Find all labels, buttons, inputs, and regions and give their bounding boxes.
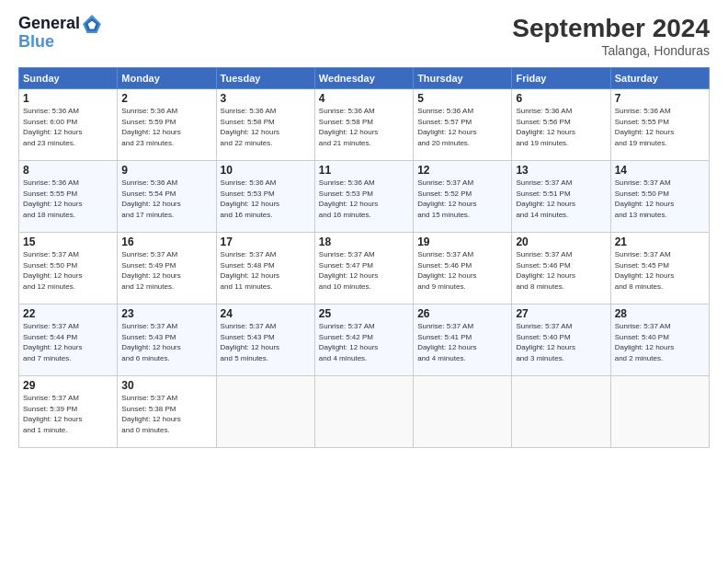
header-tuesday: Tuesday: [216, 68, 314, 89]
calendar-cell: 12Sunrise: 5:37 AMSunset: 5:52 PMDayligh…: [414, 161, 512, 233]
day-info: Sunrise: 5:36 AMSunset: 5:53 PMDaylight:…: [319, 178, 409, 220]
header-thursday: Thursday: [414, 68, 512, 89]
calendar-week-1: 1Sunrise: 5:36 AMSunset: 6:00 PMDaylight…: [19, 89, 710, 161]
day-number: 24: [221, 307, 311, 320]
day-info: Sunrise: 5:37 AMSunset: 5:46 PMDaylight:…: [417, 249, 507, 292]
calendar-week-4: 22Sunrise: 5:37 AMSunset: 5:44 PMDayligh…: [19, 304, 710, 376]
day-info: Sunrise: 5:37 AMSunset: 5:50 PMDaylight:…: [23, 249, 113, 292]
day-number: 3: [221, 92, 311, 105]
day-number: 4: [319, 92, 409, 105]
day-info: Sunrise: 5:36 AMSunset: 5:56 PMDaylight:…: [516, 106, 606, 148]
day-number: 5: [417, 92, 507, 105]
day-number: 19: [417, 236, 507, 248]
day-number: 11: [319, 164, 409, 177]
logo: General Blue: [18, 14, 102, 52]
calendar-cell: 5Sunrise: 5:36 AMSunset: 5:57 PMDaylight…: [414, 89, 512, 161]
calendar-cell: 21Sunrise: 5:37 AMSunset: 5:45 PMDayligh…: [610, 233, 709, 304]
calendar-cell: 22Sunrise: 5:37 AMSunset: 5:44 PMDayligh…: [19, 304, 118, 376]
day-number: 13: [516, 164, 606, 177]
day-number: 1: [23, 92, 113, 105]
calendar-cell: 9Sunrise: 5:36 AMSunset: 5:54 PMDaylight…: [118, 161, 216, 233]
day-info: Sunrise: 5:37 AMSunset: 5:43 PMDaylight:…: [221, 321, 311, 363]
calendar-cell: 17Sunrise: 5:37 AMSunset: 5:48 PMDayligh…: [216, 233, 314, 304]
calendar: Sunday Monday Tuesday Wednesday Thursday…: [18, 67, 710, 448]
day-info: Sunrise: 5:37 AMSunset: 5:47 PMDaylight:…: [319, 249, 409, 292]
location-subtitle: Talanga, Honduras: [512, 43, 710, 58]
logo-text: General: [18, 15, 80, 33]
calendar-cell: 10Sunrise: 5:36 AMSunset: 5:53 PMDayligh…: [216, 161, 314, 233]
header: General Blue September 2024 Talanga, Hon…: [18, 14, 710, 58]
day-info: Sunrise: 5:37 AMSunset: 5:43 PMDaylight:…: [121, 321, 211, 363]
calendar-cell: [414, 376, 512, 448]
calendar-cell: 6Sunrise: 5:36 AMSunset: 5:56 PMDaylight…: [512, 89, 610, 161]
day-number: 6: [516, 92, 606, 105]
logo-icon: [82, 14, 102, 34]
day-info: Sunrise: 5:36 AMSunset: 5:59 PMDaylight:…: [121, 106, 211, 148]
day-number: 21: [615, 236, 705, 248]
calendar-cell: 8Sunrise: 5:36 AMSunset: 5:55 PMDaylight…: [19, 161, 118, 233]
calendar-week-2: 8Sunrise: 5:36 AMSunset: 5:55 PMDaylight…: [19, 161, 710, 233]
header-sunday: Sunday: [19, 68, 118, 89]
day-number: 23: [121, 307, 211, 320]
day-number: 9: [121, 164, 211, 177]
calendar-cell: 15Sunrise: 5:37 AMSunset: 5:50 PMDayligh…: [19, 233, 118, 304]
day-info: Sunrise: 5:36 AMSunset: 6:00 PMDaylight:…: [23, 106, 113, 148]
calendar-cell: [314, 376, 413, 448]
day-info: Sunrise: 5:37 AMSunset: 5:40 PMDaylight:…: [516, 321, 606, 363]
calendar-cell: [610, 376, 709, 448]
calendar-cell: 16Sunrise: 5:37 AMSunset: 5:49 PMDayligh…: [118, 233, 216, 304]
header-wednesday: Wednesday: [314, 68, 413, 89]
title-section: September 2024 Talanga, Honduras: [512, 14, 710, 58]
day-info: Sunrise: 5:37 AMSunset: 5:41 PMDaylight:…: [417, 321, 507, 363]
day-info: Sunrise: 5:36 AMSunset: 5:53 PMDaylight:…: [221, 178, 311, 220]
header-monday: Monday: [118, 68, 216, 89]
calendar-cell: 23Sunrise: 5:37 AMSunset: 5:43 PMDayligh…: [118, 304, 216, 376]
day-info: Sunrise: 5:36 AMSunset: 5:57 PMDaylight:…: [417, 106, 507, 148]
day-number: 17: [221, 236, 311, 248]
day-info: Sunrise: 5:37 AMSunset: 5:49 PMDaylight:…: [121, 249, 211, 292]
day-number: 20: [516, 236, 606, 248]
day-number: 15: [23, 236, 113, 248]
day-info: Sunrise: 5:36 AMSunset: 5:55 PMDaylight:…: [23, 178, 113, 220]
calendar-cell: 2Sunrise: 5:36 AMSunset: 5:59 PMDaylight…: [118, 89, 216, 161]
logo-blue: Blue: [18, 32, 54, 52]
day-number: 12: [417, 164, 507, 177]
day-number: 26: [417, 307, 507, 320]
calendar-cell: 27Sunrise: 5:37 AMSunset: 5:40 PMDayligh…: [512, 304, 610, 376]
calendar-cell: [512, 376, 610, 448]
day-number: 2: [121, 92, 211, 105]
day-number: 27: [516, 307, 606, 320]
day-number: 25: [319, 307, 409, 320]
calendar-cell: 25Sunrise: 5:37 AMSunset: 5:42 PMDayligh…: [314, 304, 413, 376]
calendar-cell: 14Sunrise: 5:37 AMSunset: 5:50 PMDayligh…: [610, 161, 709, 233]
day-info: Sunrise: 5:37 AMSunset: 5:40 PMDaylight:…: [615, 321, 705, 363]
calendar-cell: 20Sunrise: 5:37 AMSunset: 5:46 PMDayligh…: [512, 233, 610, 304]
day-info: Sunrise: 5:37 AMSunset: 5:39 PMDaylight:…: [23, 393, 113, 435]
calendar-cell: 1Sunrise: 5:36 AMSunset: 6:00 PMDaylight…: [19, 89, 118, 161]
calendar-header-row: Sunday Monday Tuesday Wednesday Thursday…: [19, 68, 710, 89]
day-info: Sunrise: 5:37 AMSunset: 5:48 PMDaylight:…: [221, 249, 311, 292]
day-number: 10: [221, 164, 311, 177]
calendar-cell: 4Sunrise: 5:36 AMSunset: 5:58 PMDaylight…: [314, 89, 413, 161]
day-info: Sunrise: 5:36 AMSunset: 5:58 PMDaylight:…: [319, 106, 409, 148]
day-info: Sunrise: 5:37 AMSunset: 5:46 PMDaylight:…: [516, 249, 606, 292]
day-number: 29: [23, 379, 113, 392]
day-number: 8: [23, 164, 113, 177]
day-number: 7: [615, 92, 705, 105]
calendar-cell: 24Sunrise: 5:37 AMSunset: 5:43 PMDayligh…: [216, 304, 314, 376]
day-info: Sunrise: 5:36 AMSunset: 5:54 PMDaylight:…: [121, 178, 211, 220]
header-saturday: Saturday: [610, 68, 709, 89]
calendar-cell: 28Sunrise: 5:37 AMSunset: 5:40 PMDayligh…: [610, 304, 709, 376]
day-number: 18: [319, 236, 409, 248]
calendar-cell: 18Sunrise: 5:37 AMSunset: 5:47 PMDayligh…: [314, 233, 413, 304]
day-number: 30: [121, 379, 211, 392]
calendar-week-3: 15Sunrise: 5:37 AMSunset: 5:50 PMDayligh…: [19, 233, 710, 304]
page: General Blue September 2024 Talanga, Hon…: [0, 0, 728, 563]
calendar-cell: 26Sunrise: 5:37 AMSunset: 5:41 PMDayligh…: [414, 304, 512, 376]
day-info: Sunrise: 5:37 AMSunset: 5:42 PMDaylight:…: [319, 321, 409, 363]
month-title: September 2024: [512, 14, 710, 43]
day-info: Sunrise: 5:37 AMSunset: 5:50 PMDaylight:…: [615, 178, 705, 220]
day-info: Sunrise: 5:36 AMSunset: 5:55 PMDaylight:…: [615, 106, 705, 148]
calendar-cell: [216, 376, 314, 448]
day-info: Sunrise: 5:36 AMSunset: 5:58 PMDaylight:…: [221, 106, 311, 148]
